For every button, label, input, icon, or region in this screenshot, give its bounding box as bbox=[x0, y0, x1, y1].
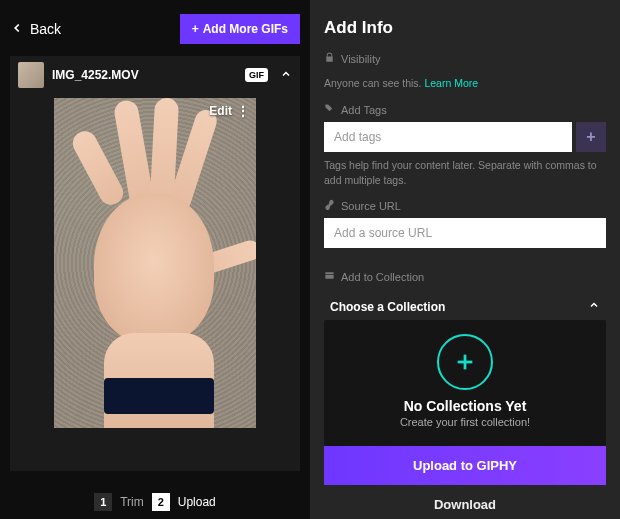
more-icon: ⋮ bbox=[236, 104, 250, 118]
edit-button[interactable]: Edit ⋮ bbox=[209, 104, 250, 118]
step-1-label[interactable]: Trim bbox=[120, 495, 144, 509]
edit-label: Edit bbox=[209, 104, 232, 118]
file-thumbnail bbox=[18, 62, 44, 88]
choose-collection-label: Choose a Collection bbox=[330, 300, 445, 314]
no-collections-title: No Collections Yet bbox=[404, 398, 527, 414]
tag-icon bbox=[324, 103, 335, 116]
visibility-section-label: Visibility bbox=[324, 52, 606, 65]
download-button[interactable]: Download bbox=[324, 485, 606, 519]
learn-more-link[interactable]: Learn More bbox=[424, 77, 478, 89]
step-2-number[interactable]: 2 bbox=[152, 493, 170, 511]
back-button[interactable]: Back bbox=[10, 21, 61, 38]
no-collections-subtitle: Create your first collection! bbox=[400, 416, 530, 428]
stepper: 1 Trim 2 Upload bbox=[10, 471, 300, 511]
media-panel: IMG_4252.MOV GIF E bbox=[10, 56, 300, 471]
tags-help: Tags help find your content later. Separ… bbox=[324, 158, 606, 187]
lock-icon bbox=[324, 52, 335, 65]
collection-icon bbox=[324, 270, 335, 283]
tags-section-label: Add Tags bbox=[324, 103, 606, 116]
step-1-number[interactable]: 1 bbox=[94, 493, 112, 511]
source-section-label: Source URL bbox=[324, 199, 606, 212]
link-icon bbox=[324, 199, 335, 212]
step-2-label[interactable]: Upload bbox=[178, 495, 216, 509]
upload-button[interactable]: Upload to GIPHY bbox=[324, 446, 606, 485]
add-tag-button[interactable]: + bbox=[576, 122, 606, 152]
caret-up-icon[interactable] bbox=[280, 68, 292, 83]
source-url-input[interactable] bbox=[324, 218, 606, 248]
add-more-gifs-label: Add More GIFs bbox=[203, 22, 288, 36]
gif-preview: Edit ⋮ bbox=[54, 98, 256, 428]
collection-section-label: Add to Collection bbox=[324, 270, 606, 283]
back-label: Back bbox=[30, 21, 61, 37]
tags-input[interactable] bbox=[324, 122, 572, 152]
filename: IMG_4252.MOV bbox=[52, 68, 237, 82]
visibility-hint: Anyone can see this. Learn More bbox=[324, 77, 606, 89]
collection-empty-state: No Collections Yet Create your first col… bbox=[324, 320, 606, 446]
page-title: Add Info bbox=[324, 18, 606, 38]
create-collection-button[interactable] bbox=[437, 334, 493, 390]
chevron-left-icon bbox=[10, 21, 24, 38]
gif-badge: GIF bbox=[245, 68, 268, 82]
plus-icon: + bbox=[192, 22, 199, 36]
add-more-gifs-button[interactable]: + Add More GIFs bbox=[180, 14, 300, 44]
choose-collection-toggle[interactable]: Choose a Collection bbox=[324, 289, 606, 320]
caret-up-icon bbox=[588, 299, 600, 314]
